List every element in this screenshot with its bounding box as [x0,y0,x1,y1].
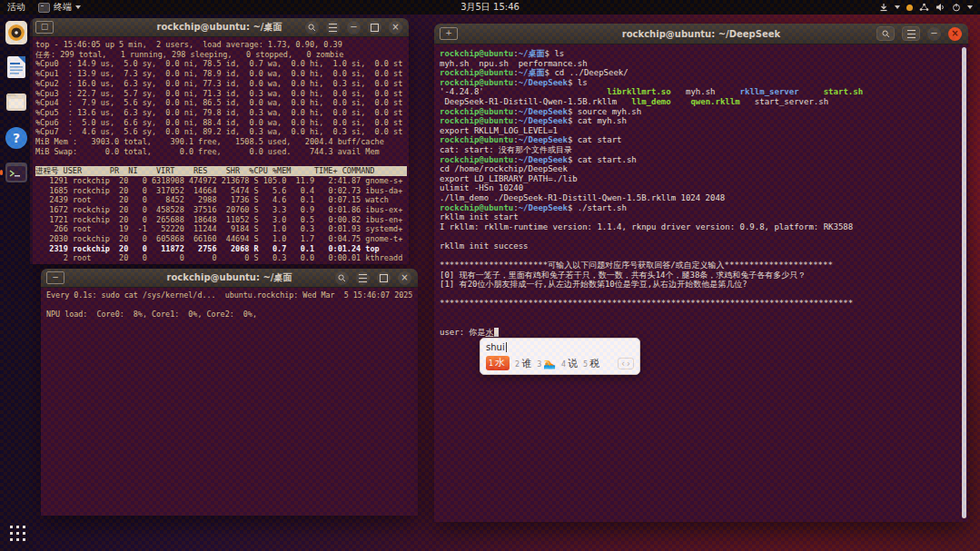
recording-indicator-icon[interactable] [906,5,913,11]
terminal-icon [4,160,29,185]
win2-menu-icon[interactable] [356,271,370,285]
volume-icon[interactable] [935,3,945,12]
ime-candidate[interactable]: 1水 [486,356,510,370]
terminal-line: 2030 rockchip 20 0 605868 66160 44694 S … [35,234,407,244]
terminal-line: rockchip@ubuntu:~/DeepSeek$ ./start.sh [440,203,966,213]
win2-maximize-button[interactable] [377,271,391,285]
terminal-line [440,290,966,300]
win3-tab-icon[interactable]: + [440,27,458,40]
win3-search-icon[interactable] [876,26,895,41]
top-bar: 活动 终端 3月5日 15:46 [0,0,980,15]
ime-candidate[interactable]: 3🏊 [537,358,556,369]
network-icon[interactable] [919,3,929,12]
win2-title: rockchip@ubuntu: ~/桌面 [167,271,292,284]
terminal-line: ulimit -HSn 10240 [440,183,966,193]
win3-menu-icon[interactable] [902,26,920,41]
ime-prev-page-icon[interactable]: ‹ [621,359,625,369]
win1-menu-icon[interactable] [326,21,340,34]
dock-item-rhythmbox[interactable] [4,20,29,45]
help-icon: ? [4,125,29,151]
dock-item-files[interactable] [4,89,29,114]
terminal-line: rockchip@ubuntu:~/桌面$ cd ../DeepSeek/ [440,68,966,78]
win3-terminal-output[interactable]: rockchip@ubuntu:~/桌面$ lsmyh.sh npu.sh pe… [434,44,968,522]
terminal-line [440,309,966,319]
libreoffice-writer-icon [4,54,29,80]
win1-terminal-output[interactable]: top - 15:46:05 up 5 min, 2 users, load a… [30,36,409,264]
terminal-line: 进程号 USER PR NI VIRT RES SHR %CPU %MEM TI… [35,166,407,176]
win2-search-icon[interactable] [335,271,349,285]
terminal-line: cd /home/rockchip/DeepSeek [440,164,966,174]
win3-scrollbar[interactable] [962,47,966,518]
terminal-line: I rkllm: rkllm-runtime version: 1.1.4, r… [440,222,966,232]
terminal-line: rockchip@ubuntu:~/DeepSeek$ cat start [440,135,966,145]
win3-minimize-button[interactable]: − [927,27,941,41]
terminal-line: Every 0.1s: sudo cat /sys/kernel/d... ub… [46,290,416,300]
input-chevron-icon [895,5,900,9]
terminal-line: ****************************************… [440,299,966,309]
terminal-line: export LD_LIBRARY_PATH=./lib [440,174,966,184]
win1-search-icon[interactable] [305,21,319,34]
win3-close-button[interactable]: × [948,27,962,41]
ime-candidates: 1水2谁3🏊4说5税‹› [486,356,634,370]
win1-title: rockchip@ubuntu: ~/桌面 [157,21,282,34]
ime-candidate[interactable]: 4说 [561,357,578,370]
terminal-window-top: ▢ rockchip@ubuntu: ~/桌面 − × top - 15:46:… [30,18,409,264]
running-indicator [0,170,3,175]
ime-pager[interactable]: ‹› [618,358,634,369]
terminal-line [440,251,966,261]
win2-tab-icon[interactable]: − [46,271,64,284]
win1-maximize-button[interactable] [368,21,381,34]
terminal-line: rockchip@ubuntu:~/DeepSeek$ cat myh.sh [440,116,966,126]
terminal-line [46,300,416,310]
terminal-line: myh.sh npu.sh performance.sh [440,59,966,69]
terminal-line: DeepSeek-R1-Distill-Qwen-1.5B.rkllm llm_… [440,97,966,107]
terminal-line: rockchip@ubuntu:~/桌面$ ls [440,49,966,59]
svg-text:?: ? [13,131,20,145]
terminal-line: %Cpu4 : 7.9 us, 5.6 sy, 0.0 ni, 86.5 id,… [35,98,407,108]
win1-minimize-button[interactable]: − [347,21,361,34]
show-applications-button[interactable] [7,523,25,541]
terminal-line: %Cpu2 : 16.0 us, 6.3 sy, 0.0 ni, 77.3 id… [35,79,407,89]
win2-titlebar[interactable]: − rockchip@ubuntu: ~/桌面 × [41,269,418,288]
terminal-line: 2 root 20 0 0 0 0 S 0.3 0.0 0:00.01 kthr… [35,253,407,263]
win1-titlebar[interactable]: ▢ rockchip@ubuntu: ~/桌面 − × [30,18,409,37]
terminal-app-icon [38,3,50,13]
terminal-window-deepseek: + rockchip@ubuntu: ~/DeepSeek − × rockch… [434,24,968,522]
dock-item-terminal[interactable] [4,160,29,185]
terminal-line: rockchip@ubuntu:~/DeepSeek$ source myh.s… [440,107,966,117]
terminal-line: rkllm init start [440,212,966,222]
ime-candidate[interactable]: 5税 [583,357,599,370]
activities-button[interactable]: 活动 [7,1,25,14]
win1-close-button[interactable]: × [389,21,402,34]
terminal-line: %Cpu5 : 13.6 us, 6.3 sy, 0.0 ni, 79.8 id… [35,108,407,118]
terminal-line: user: 你是水 [440,328,966,338]
clock[interactable]: 3月5日 15:46 [460,1,520,14]
terminal-line: %Cpu0 : 14.9 us, 5.0 sy, 0.0 ni, 78.5 id… [35,59,407,69]
app-menu[interactable]: 终端 [38,1,81,14]
win3-titlebar[interactable]: + rockchip@ubuntu: ~/DeepSeek − × [434,24,968,44]
terminal-line: %Cpu1 : 13.9 us, 7.3 sy, 0.0 ni, 78.9 id… [35,69,407,79]
terminal-line: 1291 rockchip 20 0 6318908 474972 213678… [35,176,407,186]
terminal-line: %Cpu6 : 5.0 us, 6.6 sy, 0.0 ni, 88.4 id,… [35,118,407,128]
terminal-line: rockchip@ubuntu:~/DeepSeek$ cat start.sh [440,155,966,165]
terminal-line: 1672 rockchip 20 0 458528 37516 20760 S … [35,205,407,215]
terminal-line: 1721 rockchip 20 0 265688 18648 11052 S … [35,215,407,225]
chevron-down-icon [75,5,81,9]
ime-candidate[interactable]: 2谁 [515,357,531,370]
win2-close-button[interactable]: × [398,271,411,285]
terminal-line: [0] 现有一笼子，里面有鸡和兔子若干只，数一数，共有头14个，腿38条，求鸡和… [440,271,966,280]
terminal-line: %Cpu7 : 4.6 us, 5.6 sy, 0.0 ni, 89.2 id,… [35,127,407,137]
dock-item-writer[interactable] [4,54,29,80]
terminal-line: MiB Mem : 3903.0 total, 390.1 free, 1508… [35,137,407,147]
power-icon[interactable] [952,3,961,12]
win2-terminal-output[interactable]: Every 0.1s: sudo cat /sys/kernel/d... ub… [41,287,418,516]
win1-tab-icon[interactable]: ▢ [35,21,54,34]
dock-item-help[interactable]: ? [4,125,29,151]
terminal-line: export RKLLM_LOG_LEVEL=1 [440,126,966,136]
terminal-window-npu: − rockchip@ubuntu: ~/桌面 × Every 0.1s: su… [41,269,418,516]
terminal-line: ./llm_demo ./DeepSeek-R1-Distill-Qwen-1.… [440,193,966,203]
ime-next-page-icon[interactable]: › [627,359,630,369]
terminal-line: '-4.24.8' librkllmrt.so myh.sh rkllm_ser… [440,87,966,97]
input-source-icon[interactable] [879,3,888,12]
terminal-line: MiB Swap: 0.0 total, 0.0 free, 0.0 used.… [35,147,407,157]
